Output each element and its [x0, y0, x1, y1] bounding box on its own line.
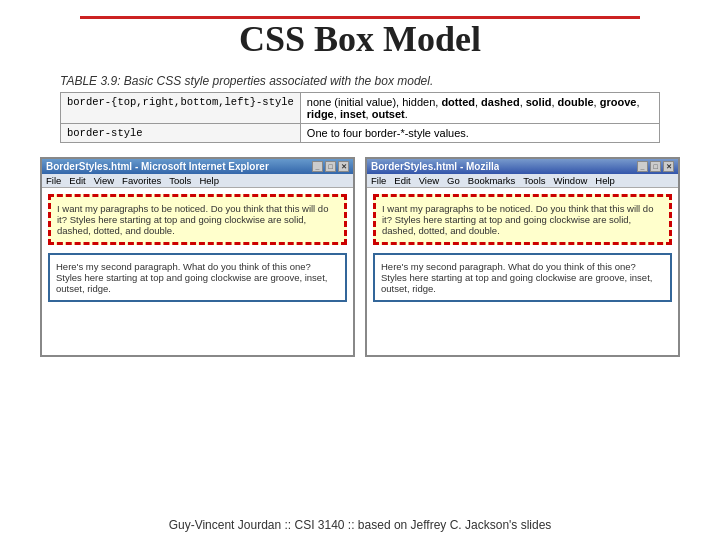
table-section: TABLE 3.9: Basic CSS style properties as…	[60, 74, 660, 143]
ff-title: BorderStyles.html - Mozilla	[371, 161, 499, 172]
ff-menu-window[interactable]: Window	[554, 175, 588, 186]
table-row: border-{top,right,bottom,left}-style non…	[61, 93, 660, 124]
ff-minimize-btn[interactable]: _	[637, 161, 648, 172]
ie-minimize-btn[interactable]: _	[312, 161, 323, 172]
ie-title: BorderStyles.html - Microsoft Internet E…	[46, 161, 269, 172]
ie-menubar: File Edit View Favorites Tools Help	[42, 174, 353, 188]
slide-title: CSS Box Model	[239, 18, 481, 60]
ff-close-btn[interactable]: ✕	[663, 161, 674, 172]
ie-menu-edit[interactable]: Edit	[69, 175, 85, 186]
ff-menubar: File Edit View Go Bookmarks Tools Window…	[367, 174, 678, 188]
values-cell-2: One to four border-*-style values.	[300, 124, 659, 143]
ff-para1: I want my paragraphs to be noticed. Do y…	[373, 194, 672, 245]
ff-content: I want my paragraphs to be noticed. Do y…	[367, 188, 678, 308]
ie-menu-help[interactable]: Help	[199, 175, 219, 186]
ie-menu-file[interactable]: File	[46, 175, 61, 186]
ff-controls: _ □ ✕	[637, 161, 674, 172]
property-cell-2: border-style	[61, 124, 301, 143]
ie-menu-tools[interactable]: Tools	[169, 175, 191, 186]
firefox-browser-window: BorderStyles.html - Mozilla _ □ ✕ File E…	[365, 157, 680, 357]
ff-menu-file[interactable]: File	[371, 175, 386, 186]
slide-container: CSS Box Model TABLE 3.9: Basic CSS style…	[0, 0, 720, 540]
ff-menu-go[interactable]: Go	[447, 175, 460, 186]
ff-titlebar: BorderStyles.html - Mozilla _ □ ✕	[367, 159, 678, 174]
ff-menu-bookmarks[interactable]: Bookmarks	[468, 175, 516, 186]
ie-content: I want my paragraphs to be noticed. Do y…	[42, 188, 353, 308]
ff-menu-tools[interactable]: Tools	[523, 175, 545, 186]
ff-menu-help[interactable]: Help	[595, 175, 615, 186]
ff-maximize-btn[interactable]: □	[650, 161, 661, 172]
ff-menu-edit[interactable]: Edit	[394, 175, 410, 186]
table-caption: TABLE 3.9: Basic CSS style properties as…	[60, 74, 660, 88]
ie-maximize-btn[interactable]: □	[325, 161, 336, 172]
property-cell-1: border-{top,right,bottom,left}-style	[61, 93, 301, 124]
ie-para2: Here's my second paragraph. What do you …	[48, 253, 347, 302]
ie-menu-favorites[interactable]: Favorites	[122, 175, 161, 186]
table-row: border-style One to four border-*-style …	[61, 124, 660, 143]
slide-footer: Guy-Vincent Jourdan :: CSI 3140 :: based…	[0, 518, 720, 532]
ie-browser-window: BorderStyles.html - Microsoft Internet E…	[40, 157, 355, 357]
red-line-top	[80, 16, 640, 19]
ff-menu-view[interactable]: View	[419, 175, 439, 186]
browsers-row: BorderStyles.html - Microsoft Internet E…	[40, 157, 680, 357]
css-properties-table: border-{top,right,bottom,left}-style non…	[60, 92, 660, 143]
ie-close-btn[interactable]: ✕	[338, 161, 349, 172]
ie-titlebar: BorderStyles.html - Microsoft Internet E…	[42, 159, 353, 174]
ie-controls: _ □ ✕	[312, 161, 349, 172]
ff-para2: Here's my second paragraph. What do you …	[373, 253, 672, 302]
values-cell-1: none (initial value), hidden, dotted, da…	[300, 93, 659, 124]
ie-menu-view[interactable]: View	[94, 175, 114, 186]
ie-para1: I want my paragraphs to be noticed. Do y…	[48, 194, 347, 245]
